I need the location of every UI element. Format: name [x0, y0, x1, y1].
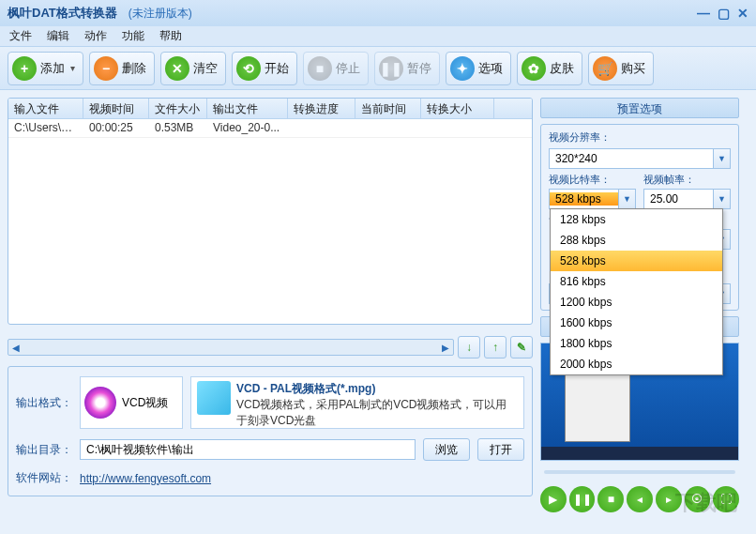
pause-preview-button[interactable]: ❚❚	[569, 486, 596, 512]
chevron-down-icon[interactable]: ▼	[713, 190, 730, 208]
format-selector[interactable]: VCD视频	[80, 376, 183, 429]
vbitrate-dropdown[interactable]: 128 kbps 288 kbps 528 kbps 816 kbps 1200…	[550, 208, 723, 375]
disc2-icon	[197, 381, 231, 415]
menu-file[interactable]: 文件	[4, 26, 38, 46]
edit-button[interactable]: ✎	[510, 336, 533, 359]
col-csize[interactable]: 转换大小	[421, 99, 494, 118]
toolbar: +添加▾ −删除 ✕清空 ⟲开始 ■停止 ❚❚暂停 ✦选项 ✿皮肤 🛒购买	[0, 47, 756, 90]
col-fsize[interactable]: 文件大小	[149, 99, 207, 118]
file-table: 输入文件 视频时间 文件大小 输出文件 转换进度 当前时间 转换大小 C:\Us…	[8, 98, 533, 325]
preview-slider[interactable]	[540, 466, 739, 480]
menubar: 文件 编辑 动作 功能 帮助	[0, 26, 756, 47]
site-link[interactable]: http://www.fengyesoft.com	[80, 472, 211, 485]
vbitrate-select[interactable]: 528 kbps▼ 128 kbps 288 kbps 528 kbps 816…	[549, 189, 636, 209]
presets-panel: 视频分辨率： 320*240▼ 视频比特率： 528 kbps▼ 128 kbp…	[540, 124, 739, 311]
bitrate-option[interactable]: 1800 kbps	[551, 333, 722, 354]
app-title: 枫叶DAT格式转换器	[8, 5, 117, 22]
plus-icon: +	[12, 56, 37, 81]
col-input[interactable]: 输入文件	[8, 99, 83, 118]
bitrate-option[interactable]: 528 kbps	[551, 251, 722, 271]
bitrate-option[interactable]: 288 kbps	[551, 230, 722, 251]
format-description: VCD - PAL视频格式(*.mpg)VCD视频格式，采用PAL制式的VCD视…	[190, 376, 524, 429]
resolution-label: 视频分辨率：	[549, 130, 731, 145]
buy-button[interactable]: 🛒购买	[588, 52, 654, 85]
tools-icon: ✦	[450, 56, 475, 81]
bitrate-option[interactable]: 1200 kbps	[551, 292, 722, 313]
scroll-right-icon[interactable]: ▶	[438, 340, 453, 355]
menu-action[interactable]: 动作	[79, 26, 113, 46]
horizontal-scrollbar[interactable]: ◀ ▶	[8, 339, 454, 356]
minus-icon: −	[94, 56, 118, 81]
add-button[interactable]: +添加▾	[8, 52, 83, 85]
next-button[interactable]: ▸	[656, 486, 682, 512]
play-button[interactable]: ▶	[540, 486, 567, 512]
menu-edit[interactable]: 编辑	[41, 26, 75, 46]
menu-function[interactable]: 功能	[116, 26, 150, 46]
open-button[interactable]: 打开	[477, 438, 524, 461]
output-panel: 输出格式： VCD视频 VCD - PAL视频格式(*.mpg)VCD视频格式，…	[8, 366, 533, 496]
fps-select[interactable]: 25.00▼	[643, 189, 731, 209]
scroll-left-icon[interactable]: ◀	[8, 340, 23, 355]
output-dir-label: 输出目录：	[16, 442, 72, 458]
output-format-label: 输出格式：	[16, 395, 72, 411]
fullscreen-button[interactable]: ⛶	[713, 486, 739, 512]
stop-icon: ■	[308, 56, 332, 81]
browse-button[interactable]: 浏览	[423, 438, 470, 461]
output-dir-input[interactable]	[80, 439, 416, 460]
options-button[interactable]: ✦选项	[446, 52, 511, 85]
clear-button[interactable]: ✕清空	[160, 52, 226, 85]
refresh-icon: ⟲	[236, 56, 261, 81]
vbitrate-label: 视频比特率：	[549, 173, 636, 187]
chevron-down-icon[interactable]: ▼	[618, 190, 635, 208]
pause-icon: ❚❚	[379, 56, 403, 81]
apple-icon: ✿	[522, 56, 546, 81]
start-button[interactable]: ⟲开始	[232, 52, 297, 85]
x-icon: ✕	[165, 56, 189, 81]
disc-icon	[84, 387, 116, 419]
close-button[interactable]: ✕	[737, 6, 748, 21]
bitrate-option[interactable]: 816 kbps	[551, 271, 722, 292]
presets-header: 预置选项	[540, 98, 739, 118]
col-vtime[interactable]: 视频时间	[83, 99, 149, 118]
fps-label: 视频帧率：	[643, 173, 731, 187]
bitrate-option[interactable]: 128 kbps	[551, 209, 722, 230]
cart-icon: 🛒	[593, 56, 617, 81]
resolution-select[interactable]: 320*240▼	[549, 148, 731, 169]
col-output[interactable]: 输出文件	[207, 99, 288, 118]
col-ctime[interactable]: 当前时间	[355, 99, 421, 118]
snapshot-button[interactable]: ⦿	[685, 486, 711, 512]
menu-help[interactable]: 帮助	[154, 26, 188, 46]
site-label: 软件网站：	[16, 470, 72, 486]
bitrate-option[interactable]: 2000 kbps	[551, 354, 722, 374]
pause-button: ❚❚暂停	[374, 52, 440, 85]
chevron-down-icon[interactable]: ▾	[70, 63, 75, 73]
skin-button[interactable]: ✿皮肤	[517, 52, 582, 85]
chevron-down-icon[interactable]: ▼	[713, 149, 730, 168]
maximize-button[interactable]: ▢	[718, 6, 730, 21]
prev-button[interactable]: ◂	[627, 486, 653, 512]
move-down-button[interactable]: ↓	[458, 336, 480, 359]
bitrate-option[interactable]: 1600 kbps	[551, 313, 722, 333]
stop-preview-button[interactable]: ■	[597, 486, 624, 512]
reg-status: (未注册版本)	[129, 6, 192, 22]
table-row[interactable]: C:\Users\pc\... 00:00:25 0.53MB Video_20…	[8, 119, 532, 138]
move-up-button[interactable]: ↑	[484, 336, 507, 359]
minimize-button[interactable]: —	[697, 6, 710, 21]
delete-button[interactable]: −删除	[89, 52, 155, 85]
col-prog[interactable]: 转换进度	[288, 99, 355, 118]
stop-button: ■停止	[303, 52, 369, 85]
